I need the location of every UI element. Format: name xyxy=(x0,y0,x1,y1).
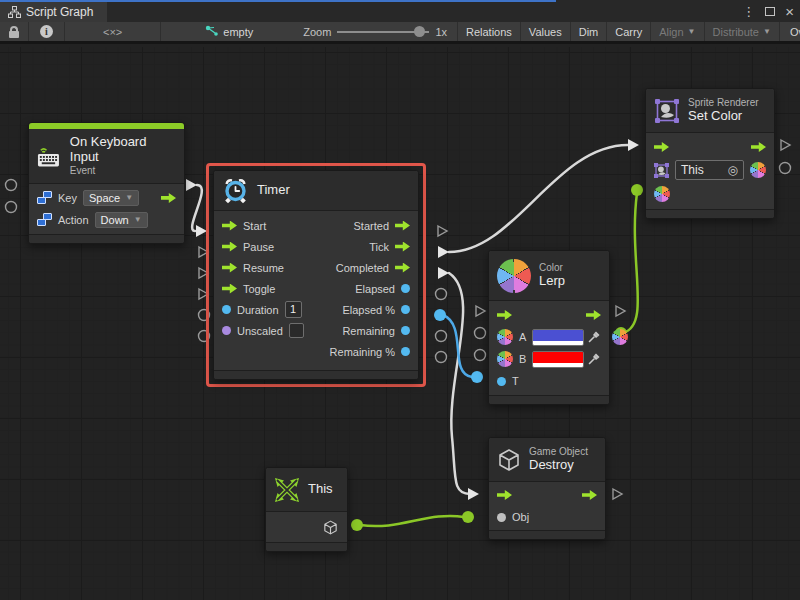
info-button[interactable]: i xyxy=(29,22,65,41)
wire-elapsed-to-lerp-t[interactable] xyxy=(443,315,472,377)
port-timer-elapsed-pct[interactable] xyxy=(434,309,446,321)
zoom-slider-handle[interactable] xyxy=(414,26,425,37)
port-keyboard-key[interactable] xyxy=(6,180,17,191)
port-dot-elapsed-pct[interactable] xyxy=(401,305,410,314)
color-wheel-out-icon[interactable] xyxy=(750,162,766,178)
port-this-out[interactable] xyxy=(351,519,363,531)
node-on-keyboard-input[interactable]: On Keyboard Input Event Key Space▼ Actio… xyxy=(28,122,185,244)
port-destroy-obj[interactable] xyxy=(462,511,474,523)
graph-breadcrumb[interactable]: empty xyxy=(161,22,261,41)
enter-arrow[interactable] xyxy=(497,490,512,500)
keyboard-icon xyxy=(37,144,62,168)
duration-input[interactable]: 1 xyxy=(285,301,302,318)
port-timer-remaining[interactable] xyxy=(436,331,447,342)
obj-port-dot[interactable] xyxy=(497,513,506,522)
port-keyboard-trigger-out[interactable] xyxy=(186,179,197,191)
port-dot-elapsed[interactable] xyxy=(401,284,410,293)
key-dropdown[interactable]: Space▼ xyxy=(83,190,139,206)
port-setcolor-enter[interactable] xyxy=(628,139,639,151)
port-arrow-started[interactable] xyxy=(395,221,410,231)
align-button[interactable]: Align▼ xyxy=(651,22,704,41)
color-a-control[interactable] xyxy=(532,329,600,346)
wire-completed-to-destroy[interactable] xyxy=(449,273,470,494)
port-timer-started[interactable] xyxy=(438,226,447,236)
port-arrow-completed[interactable] xyxy=(395,263,410,273)
port-timer-elapsed[interactable] xyxy=(436,289,447,300)
window-menu-icon[interactable]: ⋮ xyxy=(742,4,755,19)
port-lerp-a[interactable] xyxy=(475,328,486,339)
port-lerp-exit[interactable] xyxy=(616,306,625,316)
action-dropdown[interactable]: Down▼ xyxy=(95,212,148,228)
port-arrow-pause[interactable] xyxy=(222,242,237,252)
maximize-icon[interactable] xyxy=(765,7,775,16)
port-dot-remaining[interactable] xyxy=(401,326,410,335)
port-arrow-tick[interactable] xyxy=(395,242,410,252)
move-arrows-icon xyxy=(274,477,300,503)
distribute-button[interactable]: Distribute▼ xyxy=(705,22,780,41)
port-setcolor-out[interactable] xyxy=(780,163,791,174)
port-keyboard-action[interactable] xyxy=(6,202,17,213)
wire-this-to-destroy-obj[interactable] xyxy=(360,516,464,526)
cube-icon xyxy=(497,448,521,472)
port-dot-unscaled[interactable] xyxy=(222,326,231,335)
eyedropper-icon[interactable] xyxy=(588,353,600,365)
port-arrow-resume[interactable] xyxy=(222,263,237,273)
elapsed-label: Elapsed xyxy=(355,283,395,295)
dim-button[interactable]: Dim xyxy=(571,22,608,41)
relations-button[interactable]: Relations xyxy=(457,22,521,41)
overview-button[interactable]: Overview xyxy=(780,22,800,41)
wire-keyboard-to-timer-start[interactable] xyxy=(192,185,202,231)
values-button[interactable]: Values xyxy=(521,22,571,41)
exit-arrow[interactable] xyxy=(586,310,601,320)
port-lerp-enter[interactable] xyxy=(476,306,485,316)
exit-arrow[interactable] xyxy=(582,490,597,500)
trigger-out-arrow[interactable] xyxy=(161,193,176,203)
color-port-icon[interactable] xyxy=(497,329,513,345)
color-b-control[interactable] xyxy=(532,351,600,368)
code-view-button[interactable]: <×> xyxy=(65,22,161,41)
port-dot-duration[interactable] xyxy=(222,305,231,314)
zoom-slider[interactable] xyxy=(337,31,429,33)
port-timer-remaining-pct[interactable] xyxy=(436,352,447,363)
node-this[interactable]: This xyxy=(265,467,348,552)
color-b-swatch[interactable] xyxy=(533,352,583,363)
result-port-icon[interactable] xyxy=(612,329,628,345)
port-dot-remaining-pct[interactable] xyxy=(401,347,410,356)
distribute-label: Distribute xyxy=(713,26,759,38)
port-arrow-toggle[interactable] xyxy=(222,284,237,294)
node-timer[interactable]: Timer Start Started Pause Tick xyxy=(213,170,419,380)
target-picker-icon[interactable]: ◎ xyxy=(728,163,738,177)
color-wheel-in-icon[interactable] xyxy=(654,186,670,202)
graph-canvas[interactable]: On Keyboard Input Event Key Space▼ Actio… xyxy=(0,47,800,600)
port-lerp-t[interactable] xyxy=(471,371,483,383)
node-set-color[interactable]: Sprite Renderer Set Color This ◎ xyxy=(645,88,775,219)
unscaled-checkbox[interactable] xyxy=(289,323,304,338)
port-setcolor-exit[interactable] xyxy=(781,140,790,150)
enter-arrow[interactable] xyxy=(497,310,512,320)
lock-button[interactable] xyxy=(0,22,29,41)
t-port-dot[interactable] xyxy=(497,377,506,386)
tab-script-graph[interactable]: Script Graph xyxy=(0,2,107,22)
zoom-control: Zoom 1x xyxy=(261,22,457,41)
gameobject-port-icon[interactable] xyxy=(322,519,339,536)
port-destroy-enter[interactable] xyxy=(468,488,479,500)
carry-button[interactable]: Carry xyxy=(607,22,651,41)
exit-arrow[interactable] xyxy=(751,142,766,152)
target-field[interactable]: This ◎ xyxy=(675,160,744,180)
eyedropper-icon[interactable] xyxy=(588,331,600,343)
wire-lerp-to-setcolor-color[interactable] xyxy=(623,193,638,333)
color-a-swatch[interactable] xyxy=(533,330,583,341)
port-arrow-start[interactable] xyxy=(222,221,237,231)
port-timer-tick[interactable] xyxy=(438,246,449,258)
wire-tick-to-setcolor[interactable] xyxy=(449,145,628,252)
enter-arrow[interactable] xyxy=(654,142,669,152)
port-lerp-b[interactable] xyxy=(475,350,486,361)
port-setcolor-color-in[interactable] xyxy=(631,184,643,196)
node-color-lerp[interactable]: Color Lerp A B xyxy=(488,250,610,405)
node-destroy[interactable]: Game Object Destroy Obj xyxy=(488,437,606,540)
port-timer-completed[interactable] xyxy=(438,267,449,279)
color-port-icon[interactable] xyxy=(497,351,513,367)
node-footer xyxy=(266,542,347,551)
close-icon[interactable]: × xyxy=(785,3,794,20)
port-destroy-exit[interactable] xyxy=(613,489,622,499)
